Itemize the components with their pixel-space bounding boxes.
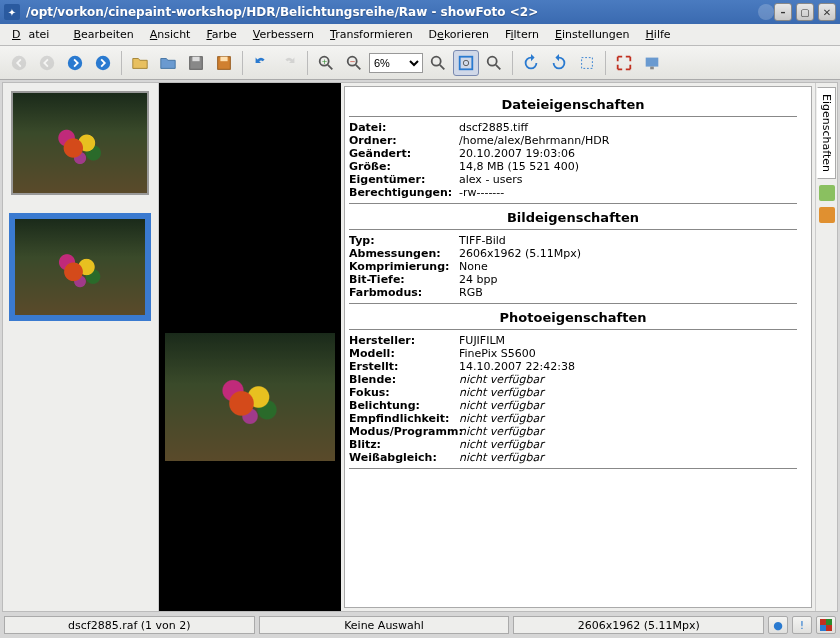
colors-tab-icon[interactable] bbox=[819, 207, 835, 223]
photo-prop-row: Modell:FinePix S5600 bbox=[349, 347, 797, 360]
file-prop-value: 14,8 MB (15 521 400) bbox=[459, 160, 579, 173]
app-icon: ✦ bbox=[4, 4, 20, 20]
status-warn-button[interactable]: ! bbox=[792, 616, 812, 634]
undo-button[interactable] bbox=[248, 50, 274, 76]
content-area: Dateieigenschaften Datei:dscf2885.tiffOr… bbox=[2, 82, 838, 612]
window-title: /opt/vorkon/cinepaint-workshop/HDR/Belic… bbox=[26, 5, 756, 19]
save-button[interactable] bbox=[183, 50, 209, 76]
svg-rect-16 bbox=[460, 56, 473, 69]
image-prop-key: Farbmodus: bbox=[349, 286, 459, 299]
statusbar: dscf2885.raf (1 von 2) Keine Auswahl 260… bbox=[0, 614, 840, 636]
photo-prop-value: nicht verfügbar bbox=[459, 386, 544, 399]
status-selection: Keine Auswahl bbox=[259, 616, 510, 634]
nav-next-button[interactable] bbox=[62, 50, 88, 76]
photo-prop-key: Fokus: bbox=[349, 386, 459, 399]
image-prop-key: Abmessungen: bbox=[349, 247, 459, 260]
menu-datei[interactable]: Datei bbox=[4, 26, 65, 43]
zoom-100-button[interactable] bbox=[425, 50, 451, 76]
photo-props-heading: Photoeigenschaften bbox=[349, 310, 797, 325]
menu-transformieren[interactable]: Transformieren bbox=[322, 26, 421, 43]
photo-prop-key: Blitz: bbox=[349, 438, 459, 451]
svg-point-2 bbox=[68, 55, 82, 69]
menu-hilfe[interactable]: Hilfe bbox=[638, 26, 679, 43]
photo-prop-key: Belichtung: bbox=[349, 399, 459, 412]
canvas-image bbox=[165, 333, 335, 461]
rotate-right-button[interactable] bbox=[546, 50, 572, 76]
file-prop-key: Eigentümer: bbox=[349, 173, 459, 186]
menu-farbe[interactable]: Farbe bbox=[198, 26, 244, 43]
thumbnail-1[interactable] bbox=[11, 91, 149, 195]
svg-rect-7 bbox=[220, 56, 227, 61]
metadata-tab-icon[interactable] bbox=[819, 185, 835, 201]
zoom-out-button[interactable]: − bbox=[341, 50, 367, 76]
zoom-in-button[interactable]: + bbox=[313, 50, 339, 76]
save-as-button[interactable] bbox=[211, 50, 237, 76]
image-prop-row: Komprimierung:None bbox=[349, 260, 797, 273]
menu-einstellungen[interactable]: Einstellungen bbox=[547, 26, 638, 43]
svg-rect-21 bbox=[646, 57, 659, 66]
svg-rect-20 bbox=[582, 57, 593, 68]
photo-prop-key: Modus/Programm: bbox=[349, 425, 459, 438]
file-prop-key: Berechtigungen: bbox=[349, 186, 459, 199]
status-filename: dscf2885.raf (1 von 2) bbox=[4, 616, 255, 634]
menu-ansicht[interactable]: Ansicht bbox=[142, 26, 199, 43]
photo-prop-row: Blitz:nicht verfügbar bbox=[349, 438, 797, 451]
menu-filtern[interactable]: Filtern bbox=[497, 26, 547, 43]
photo-prop-value: nicht verfügbar bbox=[459, 412, 544, 425]
nav-last-button[interactable] bbox=[90, 50, 116, 76]
toolbar: + − 6% bbox=[0, 46, 840, 80]
tab-eigenschaften[interactable]: Eigenschaften bbox=[817, 87, 836, 179]
image-prop-row: Typ:TIFF-Bild bbox=[349, 234, 797, 247]
photo-prop-key: Blende: bbox=[349, 373, 459, 386]
open-folder-button[interactable] bbox=[155, 50, 181, 76]
nav-first-button bbox=[6, 50, 32, 76]
file-prop-key: Ordner: bbox=[349, 134, 459, 147]
svg-point-3 bbox=[96, 55, 110, 69]
status-info-button[interactable]: ● bbox=[768, 616, 788, 634]
svg-text:+: + bbox=[322, 56, 328, 65]
image-prop-value: 24 bpp bbox=[459, 273, 497, 286]
zoom-select[interactable]: 6% bbox=[369, 53, 423, 73]
crop-button[interactable] bbox=[574, 50, 600, 76]
file-prop-value: -rw------- bbox=[459, 186, 504, 199]
photo-prop-key: Modell: bbox=[349, 347, 459, 360]
photo-prop-row: Blende:nicht verfügbar bbox=[349, 373, 797, 386]
titlebar: ✦ /opt/vorkon/cinepaint-workshop/HDR/Bel… bbox=[0, 0, 840, 24]
open-file-button[interactable] bbox=[127, 50, 153, 76]
photo-prop-row: Fokus:nicht verfügbar bbox=[349, 386, 797, 399]
file-prop-value: /home/alex/Behrmann/HDR bbox=[459, 134, 609, 147]
photo-prop-value: nicht verfügbar bbox=[459, 373, 544, 386]
status-color-button[interactable] bbox=[816, 616, 836, 634]
thumbnail-strip bbox=[3, 83, 159, 611]
fullscreen-button[interactable] bbox=[611, 50, 637, 76]
svg-point-18 bbox=[488, 56, 497, 65]
file-prop-row: Größe:14,8 MB (15 521 400) bbox=[349, 160, 797, 173]
rotate-left-button[interactable] bbox=[518, 50, 544, 76]
zoom-select-button[interactable] bbox=[481, 50, 507, 76]
zoom-fit-button[interactable] bbox=[453, 50, 479, 76]
svg-rect-5 bbox=[192, 56, 199, 61]
menu-bearbeiten[interactable]: Bearbeiten bbox=[65, 26, 141, 43]
svg-line-12 bbox=[356, 64, 361, 69]
photo-prop-value: nicht verfügbar bbox=[459, 399, 544, 412]
file-props-heading: Dateieigenschaften bbox=[349, 97, 797, 112]
maximize-button[interactable]: ▢ bbox=[796, 3, 814, 21]
slideshow-button[interactable] bbox=[639, 50, 665, 76]
image-prop-value: 2606x1962 (5.11Mpx) bbox=[459, 247, 581, 260]
file-prop-row: Ordner:/home/alex/Behrmann/HDR bbox=[349, 134, 797, 147]
photo-prop-key: Hersteller: bbox=[349, 334, 459, 347]
minimize-button[interactable]: – bbox=[774, 3, 792, 21]
status-dimensions: 2606x1962 (5.11Mpx) bbox=[513, 616, 764, 634]
menu-verbessern[interactable]: Verbessern bbox=[245, 26, 322, 43]
thumbnail-2[interactable] bbox=[11, 215, 149, 319]
file-prop-row: Datei:dscf2885.tiff bbox=[349, 121, 797, 134]
menu-dekorieren[interactable]: Dekorieren bbox=[421, 26, 497, 43]
close-button[interactable]: ✕ bbox=[818, 3, 836, 21]
file-prop-value: dscf2885.tiff bbox=[459, 121, 528, 134]
image-prop-key: Bit-Tiefe: bbox=[349, 273, 459, 286]
image-prop-key: Komprimierung: bbox=[349, 260, 459, 273]
file-prop-key: Größe: bbox=[349, 160, 459, 173]
canvas-area[interactable] bbox=[159, 83, 341, 611]
svg-point-17 bbox=[463, 60, 468, 65]
file-prop-key: Geändert: bbox=[349, 147, 459, 160]
